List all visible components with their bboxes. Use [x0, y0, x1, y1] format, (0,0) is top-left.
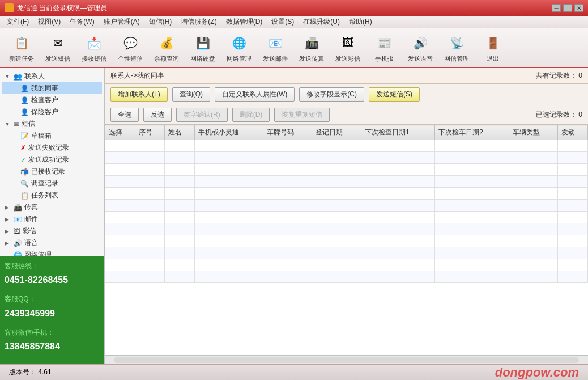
toolbar-recv-sms[interactable]: 📩 接收短信 — [77, 31, 111, 65]
table-row — [105, 235, 588, 247]
cell-name — [165, 223, 195, 235]
cell-select — [105, 152, 135, 164]
cell-nextCheckDate1 — [361, 271, 435, 283]
cell-seq — [135, 164, 165, 176]
tree-label-email: 邮件 — [24, 214, 38, 224]
query-button[interactable]: 查询(Q) — [172, 87, 210, 102]
tree-node-received[interactable]: 📬 已接收记录 — [2, 166, 102, 178]
hotline-number: 0451-82268455 — [5, 272, 100, 289]
tree-icon-sms-root: ✉ — [14, 120, 19, 128]
minimize-button[interactable]: ─ — [552, 4, 561, 12]
cell-phone — [194, 176, 263, 188]
tree-node-email[interactable]: ▶ 📧 邮件 — [2, 213, 102, 225]
cell-regDate — [312, 164, 361, 176]
tree-node-check-customers[interactable]: 👤 检查客户 — [2, 94, 102, 106]
app-icon — [5, 3, 14, 12]
selected-count-value: 0 — [578, 111, 582, 119]
tree-node-mms[interactable]: ▶ 🖼 彩信 — [2, 225, 102, 237]
status-bar: 版本号： 4.61 dongpow.com — [0, 364, 588, 380]
menu-data[interactable]: 数据管理(D) — [221, 16, 267, 28]
cell-phone — [194, 235, 263, 247]
version-label: 版本号： — [9, 368, 36, 376]
h-scrollbar-track[interactable] — [114, 357, 579, 363]
menu-view[interactable]: 视图(V) — [33, 16, 65, 28]
add-contact-button[interactable]: 增加联系人(L) — [110, 87, 168, 102]
cell-nextCheckDate2 — [435, 259, 509, 271]
toolbar-send-mms[interactable]: 🖼 发送彩信 — [331, 31, 365, 65]
delete-button[interactable]: 删除(D) — [232, 108, 270, 122]
menu-sms[interactable]: 短信(H) — [144, 16, 177, 28]
total-count-label: 共有记录数： — [536, 71, 577, 79]
tree-node-voice[interactable]: ▶ 🔊 语音 — [2, 237, 102, 249]
tree-icon-send-fail: ✗ — [20, 144, 26, 152]
cell-nextCheckDate2 — [435, 247, 509, 259]
cell-phone — [194, 271, 263, 283]
cell-select — [105, 223, 135, 235]
menu-upgrade[interactable]: 在线升级(U) — [299, 16, 344, 28]
cell-name — [165, 176, 195, 188]
toolbar-send-voice[interactable]: 🔊 发送语音 — [403, 31, 437, 65]
deselect-button[interactable]: 反选 — [143, 108, 172, 122]
send-sms-button[interactable]: 发送短信(S) — [369, 87, 420, 102]
custom-attr-button[interactable]: 自定义联系人属性(W) — [215, 87, 295, 102]
toolbar-exit[interactable]: 🚪 退出 — [476, 31, 510, 65]
cell-plate — [263, 247, 312, 259]
menu-account[interactable]: 账户管理(A) — [99, 16, 144, 28]
tree-label-voice: 语音 — [24, 238, 38, 248]
tree-node-net-mgmt-tree[interactable]: 🌐 网络管理 — [2, 249, 102, 256]
tree-icon-my-colleagues: 👤 — [20, 85, 29, 92]
toolbar-send-email[interactable]: 📧 发送邮件 — [258, 31, 292, 65]
menu-sms-service[interactable]: 增信服务(Z) — [176, 16, 221, 28]
tree-node-draft[interactable]: 📝 草稿箱 — [2, 130, 102, 142]
recover-all-button[interactable]: 恢复重复短信 — [274, 108, 330, 122]
cell-vehicleType — [509, 223, 558, 235]
sign-in-button[interactable]: 签字确认(R) — [176, 108, 228, 122]
cell-regDate — [312, 271, 361, 283]
breadcrumb: 联系人->我的同事 — [110, 71, 164, 81]
toolbar-label-send-sms: 发送短信 — [45, 54, 70, 63]
toolbar-net-disk[interactable]: 💾 网络硬盘 — [186, 31, 220, 65]
menu-help[interactable]: 帮助(H) — [344, 16, 377, 28]
tree-node-fax[interactable]: ▶ 📠 传真 — [2, 201, 102, 213]
tree-icon-received: 📬 — [20, 168, 29, 176]
cell-regDate — [312, 259, 361, 271]
tree-icon-query: 🔍 — [20, 180, 29, 188]
toolbar-send-sms[interactable]: ✉ 发送短信 — [41, 31, 75, 65]
total-count: 共有记录数： 0 — [536, 71, 582, 81]
tree-node-send-fail[interactable]: ✗ 发送失败记录 — [2, 142, 102, 154]
tree-label-check-customers: 检查客户 — [31, 95, 58, 105]
table-row — [105, 176, 588, 188]
tree-node-task-list[interactable]: 📋 任务列表 — [2, 189, 102, 201]
tree-node-contacts[interactable]: ▼ 👥 联系人 — [2, 70, 102, 82]
cell-select — [105, 164, 135, 176]
toolbar-mobile-news[interactable]: 📰 手机报 — [367, 31, 401, 65]
cell-phone — [194, 152, 263, 164]
menu-file[interactable]: 文件(F) — [2, 16, 33, 28]
table-container[interactable]: 选择序号姓名手机或小灵通车牌号码登记日期下次检查日期1下次检车日期2车辆类型发动 — [105, 125, 588, 355]
select-all-button[interactable]: 全选 — [110, 108, 139, 122]
toolbar-balance[interactable]: 💰 余额查询 — [150, 31, 184, 65]
cell-seq — [135, 247, 165, 259]
cell-name — [165, 200, 195, 212]
menu-task[interactable]: 任务(W) — [65, 16, 99, 28]
content-area: 联系人->我的同事 共有记录数： 0 增加联系人(L) 查询(Q) 自定义联系人… — [105, 68, 588, 364]
toolbar-net-mgmt[interactable]: 🌐 网络管理 — [222, 31, 256, 65]
tree-node-my-colleagues[interactable]: 👤 我的同事 — [2, 82, 102, 94]
tree-node-send-success[interactable]: ✓ 发送成功记录 — [2, 154, 102, 166]
hotline-section: 客服热线： 0451-82268455 — [5, 260, 100, 289]
cell-engine — [558, 212, 588, 223]
toolbar-personal-sms[interactable]: 💬 个性短信 — [113, 31, 147, 65]
toolbar-icon-personal-sms: 💬 — [120, 33, 140, 53]
maximize-button[interactable]: □ — [563, 4, 572, 12]
tree-node-sms-root[interactable]: ▼ ✉ 短信 — [2, 118, 102, 130]
toolbar-new-task[interactable]: 📋 新建任务 — [5, 31, 39, 65]
h-scrollbar[interactable] — [105, 355, 588, 364]
tree-node-query[interactable]: 🔍 调查记录 — [2, 178, 102, 189]
close-button[interactable]: ✕ — [574, 4, 583, 12]
toolbar-wxin-mgmt[interactable]: 📡 网信管理 — [440, 31, 474, 65]
toolbar-send-fax[interactable]: 📠 发送传真 — [295, 31, 329, 65]
menu-settings[interactable]: 设置(S) — [267, 16, 299, 28]
content-header: 联系人->我的同事 共有记录数： 0 — [105, 68, 588, 84]
modify-display-button[interactable]: 修改字段显示(C) — [299, 87, 364, 102]
tree-node-insurance-customers[interactable]: 👤 保险客户 — [2, 106, 102, 118]
